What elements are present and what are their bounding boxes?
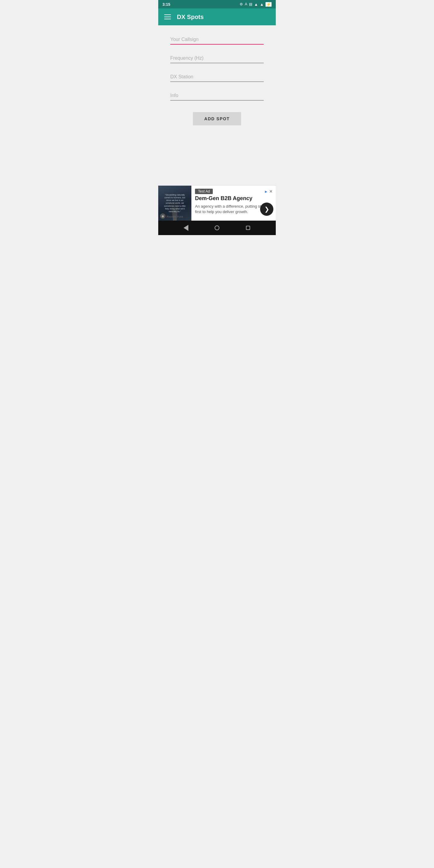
dx-station-input[interactable] bbox=[170, 72, 264, 82]
callsign-input[interactable] bbox=[170, 34, 264, 44]
frequency-field-container bbox=[170, 53, 264, 63]
back-button[interactable] bbox=[180, 222, 192, 234]
app-title: DX Spots bbox=[177, 13, 204, 21]
main-content: ADD SPOT bbox=[158, 25, 276, 185]
hamburger-line-2 bbox=[164, 17, 171, 17]
menu-button[interactable] bbox=[163, 13, 172, 21]
status-bar: 3:15 ⚙ A ▤ ▲ ▲ ⚡ bbox=[158, 0, 276, 8]
ad-header: Test Ad ▶ ✕ bbox=[195, 189, 273, 194]
home-icon bbox=[215, 225, 219, 230]
ad-title: Dem-Gen B2B Agency bbox=[195, 195, 273, 202]
home-button[interactable] bbox=[211, 222, 223, 234]
add-spot-button[interactable]: ADD SPOT bbox=[193, 112, 241, 125]
back-icon bbox=[184, 225, 188, 231]
app-bar: DX Spots bbox=[158, 8, 276, 25]
ad-avatar-icon: ⊕ bbox=[160, 213, 165, 219]
ad-banner: "Storytelling naturally comes to humans,… bbox=[158, 185, 276, 221]
battery-icon: ⚡ bbox=[266, 2, 272, 7]
ad-avatar-label: Rooster Punk bbox=[167, 215, 183, 218]
ad-image-quote: "Storytelling naturally comes to humans,… bbox=[161, 192, 189, 214]
ad-image: "Storytelling naturally comes to humans,… bbox=[158, 186, 191, 221]
ad-test-label: Test Ad bbox=[195, 189, 213, 194]
adchoices-icon[interactable]: ▶ bbox=[265, 190, 267, 193]
signal-icon: ▲ bbox=[260, 2, 264, 7]
info-field-container bbox=[170, 90, 264, 101]
callsign-field-container bbox=[170, 34, 264, 44]
recent-apps-icon bbox=[246, 226, 250, 230]
spacer bbox=[170, 125, 264, 176]
hamburger-line-3 bbox=[164, 19, 171, 19]
frequency-input[interactable] bbox=[170, 53, 264, 63]
recent-apps-button[interactable] bbox=[242, 222, 254, 234]
dx-station-field-container bbox=[170, 72, 264, 82]
storage-icon: ▤ bbox=[249, 2, 252, 6]
ad-content: Test Ad ▶ ✕ Dem-Gen B2B Agency An agency… bbox=[191, 186, 276, 221]
settings-icon: ⚙ bbox=[240, 2, 243, 6]
ad-next-button[interactable]: ❯ bbox=[260, 203, 273, 216]
ad-close-area: ▶ ✕ bbox=[265, 189, 273, 193]
wifi-icon: ▲ bbox=[254, 2, 258, 7]
ad-close-button[interactable]: ✕ bbox=[269, 189, 273, 193]
info-input[interactable] bbox=[170, 90, 264, 101]
nav-bar bbox=[158, 221, 276, 235]
status-time: 3:15 bbox=[162, 2, 170, 7]
font-icon: A bbox=[245, 2, 247, 6]
status-icons: ⚙ A ▤ ▲ ▲ ⚡ bbox=[240, 2, 272, 7]
hamburger-line-1 bbox=[164, 14, 171, 15]
ad-next-arrow-icon: ❯ bbox=[264, 206, 270, 213]
